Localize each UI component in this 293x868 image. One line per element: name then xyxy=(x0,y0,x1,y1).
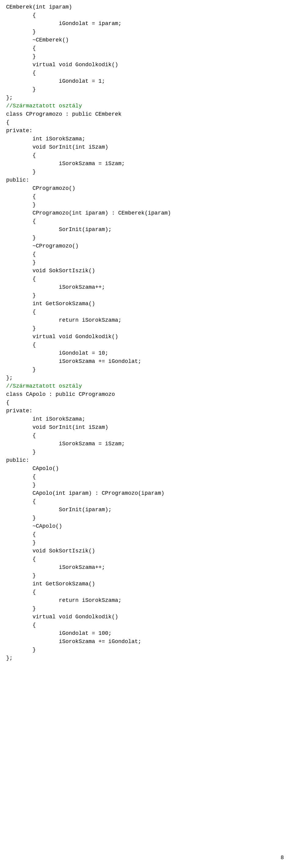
code-line: { xyxy=(6,217,287,225)
page-container: CEmberek(int iparam) { iGondolat = ipara… xyxy=(0,0,293,868)
code-line: //Származtatott osztály xyxy=(6,382,287,390)
code-line: { xyxy=(6,497,287,506)
code-line: } xyxy=(6,514,287,522)
code-line: iSorokSzama += iGondolat; xyxy=(6,638,287,646)
code-line: { xyxy=(6,555,287,563)
code-line: public: xyxy=(6,176,287,184)
code-line: private: xyxy=(6,407,287,415)
code-line: } xyxy=(6,28,287,36)
code-line: CProgramozo(int iparam) : CEmberek(ipara… xyxy=(6,209,287,217)
code-line: { xyxy=(6,193,287,201)
code-line: } xyxy=(6,366,287,374)
code-line: void SorInit(int iSzam) xyxy=(6,423,287,432)
code-line: { xyxy=(6,250,287,258)
code-line: { xyxy=(6,530,287,539)
code-line: iGondolat = iparam; xyxy=(6,20,287,28)
code-line: { xyxy=(6,308,287,316)
code-line: { xyxy=(6,118,287,127)
code-line: { xyxy=(6,44,287,53)
page-number: 8 xyxy=(281,854,284,862)
code-line: } xyxy=(6,234,287,242)
code-line: } xyxy=(6,86,287,94)
code-line: CProgramozo() xyxy=(6,184,287,193)
code-line: { xyxy=(6,69,287,77)
code-line: iGondolat = 10; xyxy=(6,349,287,358)
code-line: { xyxy=(6,473,287,481)
code-line: { xyxy=(6,151,287,160)
code-line: } xyxy=(6,201,287,209)
code-line: virtual void Gondolkodik() xyxy=(6,613,287,621)
code-area: CEmberek(int iparam) { iGondolat = ipara… xyxy=(0,0,293,868)
code-line: CApolo(int iparam) : CProgramozo(iparam) xyxy=(6,489,287,497)
code-line: class CApolo : public CProgramozo xyxy=(6,390,287,399)
code-line: virtual void Gondolkodik() xyxy=(6,333,287,341)
code-line: virtual void Gondolkodik() xyxy=(6,61,287,69)
code-line: ~CApolo() xyxy=(6,522,287,530)
code-line: return iSorokSzama; xyxy=(6,596,287,604)
code-line: ~CProgramozo() xyxy=(6,242,287,250)
code-line: iGondolat = 100; xyxy=(6,629,287,638)
code-line: CEmberek(int iparam) xyxy=(6,3,287,11)
code-line: void SokSortIszik() xyxy=(6,267,287,275)
code-line: } xyxy=(6,324,287,333)
code-line: { xyxy=(6,432,287,440)
code-line: } xyxy=(6,646,287,654)
code-line: int GetSorokSzama() xyxy=(6,300,287,308)
code-line: CApolo() xyxy=(6,465,287,473)
code-line: } xyxy=(6,539,287,547)
code-line: int GetSorokSzama() xyxy=(6,580,287,588)
code-line: { xyxy=(6,341,287,349)
code-line: }; xyxy=(6,654,287,662)
code-line: int iSorokSzama; xyxy=(6,135,287,143)
code-line: private: xyxy=(6,127,287,135)
code-line: SorInit(iparam); xyxy=(6,225,287,234)
code-line: //Származtatott osztály xyxy=(6,102,287,110)
code-line: { xyxy=(6,275,287,283)
code-line: } xyxy=(6,291,287,300)
code-line: iSorokSzama++; xyxy=(6,283,287,291)
code-line: }; xyxy=(6,94,287,102)
code-line: void SokSortIszik() xyxy=(6,547,287,555)
code-line: return iSorokSzama; xyxy=(6,316,287,324)
code-line: iSorokSzama = iSzam; xyxy=(6,440,287,448)
code-line: SorInit(iparam); xyxy=(6,506,287,514)
code-line: int iSorokSzama; xyxy=(6,415,287,423)
code-block: CEmberek(int iparam) { iGondolat = ipara… xyxy=(6,3,287,662)
code-line: void SorInit(int iSzam) xyxy=(6,143,287,151)
code-line: iSorokSzama = iSzam; xyxy=(6,160,287,168)
code-line: } xyxy=(6,481,287,489)
code-line: { xyxy=(6,621,287,629)
code-line: public: xyxy=(6,456,287,465)
code-line: iGondolat = 1; xyxy=(6,77,287,86)
code-line: } xyxy=(6,258,287,267)
code-line: { xyxy=(6,399,287,407)
code-line: } xyxy=(6,448,287,456)
code-line: } xyxy=(6,572,287,580)
code-line: }; xyxy=(6,374,287,382)
code-line: iSorokSzama += iGondolat; xyxy=(6,358,287,366)
code-line: } xyxy=(6,604,287,613)
code-line: } xyxy=(6,53,287,61)
code-line: ~CEmberek() xyxy=(6,36,287,44)
code-line: } xyxy=(6,168,287,176)
code-line: iSorokSzama++; xyxy=(6,563,287,572)
code-line: { xyxy=(6,11,287,20)
code-line: class CProgramozo : public CEmberek xyxy=(6,110,287,118)
code-line: { xyxy=(6,588,287,596)
